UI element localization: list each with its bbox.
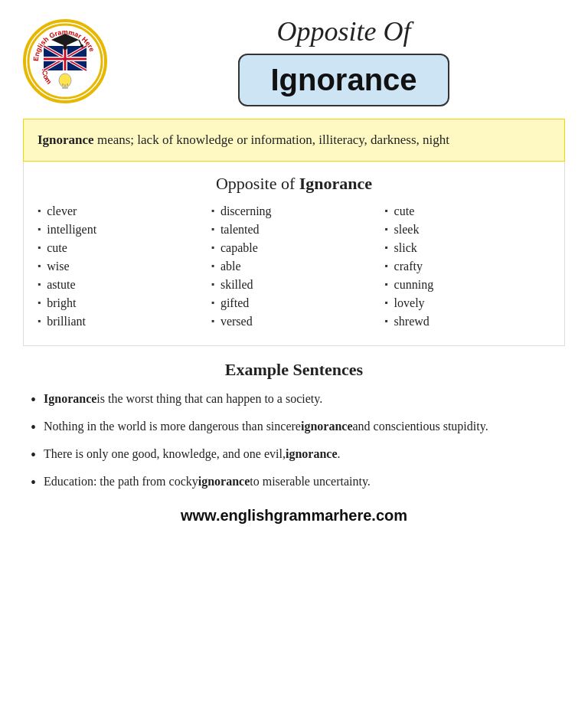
- ex-before-4: Education: the path from cocky: [44, 472, 198, 492]
- examples-list: Ignorance is the worst thing that can ha…: [23, 389, 565, 493]
- list-item: cute: [384, 204, 550, 218]
- list-item: lovely: [384, 296, 550, 310]
- definition-text: means; lack of knowledge or information,…: [94, 132, 449, 147]
- ex-bold-4: ignorance: [198, 472, 250, 492]
- list-item: slick: [384, 241, 550, 255]
- ex-bold-2: ignorance: [301, 417, 353, 436]
- example-sentence-2: Nothing in the world is more dangerous t…: [31, 417, 557, 438]
- list-item: shrewd: [384, 315, 550, 328]
- opposite-of-label: Opposite Of: [277, 15, 411, 47]
- list-item: capable: [211, 241, 377, 255]
- list-item: sleek: [384, 223, 550, 237]
- list-item: talented: [211, 223, 377, 237]
- opposite-box-title: Opposite of Ignorance: [38, 174, 550, 194]
- list-item: skilled: [211, 278, 377, 292]
- logo-inner: English Grammar Here .Com: [27, 23, 103, 100]
- ex-before-2: Nothing in the world is more dangerous t…: [44, 417, 301, 436]
- opposite-box: Opposite of Ignorance clever intelligent…: [23, 162, 565, 346]
- definition-box: Ignorance means; lack of knowledge or in…: [23, 119, 565, 162]
- example-sentence-3: There is only one good, knowledge, and o…: [31, 444, 557, 466]
- ex-after-4: to miserable uncertainty.: [250, 472, 371, 492]
- list-item: astute: [38, 278, 204, 292]
- opposite-title-prefix: Opposite of: [216, 174, 299, 193]
- word-column-3: cute sleek slick crafty cunning lovely s…: [384, 204, 550, 333]
- list-item: cute: [38, 241, 204, 255]
- list-item: bright: [38, 296, 204, 310]
- footer: www.englishgrammarhere.com: [23, 507, 565, 525]
- header: English Grammar Here .Com: [23, 15, 565, 106]
- footer-url: www.englishgrammarhere.com: [181, 507, 407, 524]
- example-sentence-1: Ignorance is the worst thing that can ha…: [31, 389, 557, 410]
- ex-after-1: is the worst thing that can happen to a …: [96, 389, 322, 409]
- examples-section: Example Sentences Ignorance is the worst…: [23, 360, 565, 493]
- logo-circle: English Grammar Here .Com: [23, 19, 107, 103]
- examples-title: Example Sentences: [23, 360, 565, 380]
- definition-word: Ignorance: [38, 132, 94, 147]
- list-item: intelligent: [38, 223, 204, 237]
- ex-after-2: and conscientious stupidity.: [352, 417, 488, 436]
- ex-bold-1: Ignorance: [44, 389, 96, 409]
- list-item: able: [211, 260, 377, 273]
- ex-bold-3: ignorance: [286, 444, 338, 464]
- logo-svg: English Grammar Here .Com: [27, 23, 103, 100]
- svg-rect-18: [62, 87, 68, 89]
- header-word-box: Ignorance: [238, 54, 449, 106]
- svg-point-16: [80, 44, 83, 47]
- svg-rect-11: [44, 57, 87, 60]
- words-grid: clever intelligent cute wise astute brig…: [38, 204, 550, 333]
- list-item: gifted: [211, 296, 377, 310]
- list-item: crafty: [384, 260, 550, 273]
- word-column-2: discerning talented capable able skilled…: [211, 204, 377, 333]
- list-item: cunning: [384, 278, 550, 292]
- list-item: versed: [211, 315, 377, 328]
- ex-after-3: .: [337, 444, 340, 464]
- list-item: discerning: [211, 204, 377, 218]
- word-column-1: clever intelligent cute wise astute brig…: [38, 204, 204, 333]
- ex-before-3: There is only one good, knowledge, and o…: [44, 444, 286, 464]
- header-word: Ignorance: [270, 63, 416, 96]
- list-item: clever: [38, 204, 204, 218]
- list-item: brilliant: [38, 315, 204, 328]
- opposite-title-word: Ignorance: [299, 174, 372, 193]
- header-title-block: Opposite Of Ignorance: [122, 15, 565, 106]
- list-item: wise: [38, 260, 204, 273]
- svg-point-14: [63, 45, 67, 50]
- example-sentence-4: Education: the path from cocky ignorance…: [31, 472, 557, 493]
